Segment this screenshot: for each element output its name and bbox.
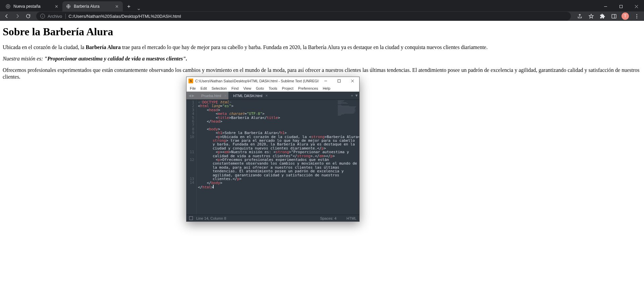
status-square-icon[interactable] xyxy=(189,216,193,220)
menu-file[interactable]: File xyxy=(188,86,198,90)
minimize-button[interactable] xyxy=(598,1,613,11)
extensions-icon[interactable] xyxy=(597,11,608,21)
svg-point-1 xyxy=(7,6,9,7)
chevron-down-icon[interactable]: ⌄ xyxy=(133,5,144,11)
svg-rect-13 xyxy=(338,80,340,82)
globe-icon xyxy=(66,4,71,9)
back-button[interactable] xyxy=(2,11,11,21)
browser-toolbar: i Archivo C:/Users/Nathan%20Salas/Deskto… xyxy=(0,11,644,21)
tab-title: Nueva pestaña xyxy=(13,4,51,9)
menu-project[interactable]: Project xyxy=(280,86,296,90)
svg-point-9 xyxy=(636,14,637,15)
menu-view[interactable]: View xyxy=(241,86,253,90)
maximize-button[interactable] xyxy=(613,1,629,11)
menu-icon[interactable] xyxy=(631,11,642,21)
menu-tools[interactable]: Tools xyxy=(267,86,279,90)
close-button[interactable] xyxy=(629,1,644,11)
tab-actions[interactable]: ＋ ▼ xyxy=(349,92,359,99)
sublime-window: S C:\Users\Nathan Salas\Desktop\HTML DAS… xyxy=(186,77,360,222)
syntax-setting[interactable]: HTML xyxy=(346,216,357,220)
address-bar[interactable]: i Archivo C:/Users/Nathan%20Salas/Deskto… xyxy=(36,12,571,20)
url-scheme-label: Archivo xyxy=(48,14,66,19)
maximize-button[interactable] xyxy=(332,77,346,85)
sidepanel-icon[interactable] xyxy=(608,11,619,21)
browser-chrome: Nueva pestaña ✕ Barbería Alura ✕ ＋ ⌄ i A… xyxy=(0,0,644,21)
url-text: C:/Users/Nathan%20Salas/Desktop/HTML%20D… xyxy=(68,14,181,19)
tab-title: Barbería Alura xyxy=(74,4,111,9)
sublime-titlebar[interactable]: S C:\Users\Nathan Salas\Desktop\HTML DAS… xyxy=(186,77,359,85)
close-icon[interactable]: ✕ xyxy=(114,4,119,9)
close-icon[interactable]: × xyxy=(265,93,268,98)
tab-nav-arrows[interactable]: ◀ ▶ xyxy=(186,92,197,99)
svg-rect-4 xyxy=(620,5,622,8)
svg-point-0 xyxy=(6,4,10,8)
cursor-position: Line 14, Column 8 xyxy=(196,216,226,220)
tab-strip: Nueva pestaña ✕ Barbería Alura ✕ ＋ ⌄ xyxy=(0,0,644,11)
paragraph-1: Ubicada en el corazón de la ciudad, la B… xyxy=(3,44,641,51)
status-bar: Line 14, Column 8 Spaces: 4 HTML xyxy=(186,215,359,221)
menu-help[interactable]: Help xyxy=(321,86,332,90)
avatar-letter: T xyxy=(622,12,629,20)
profile-avatar[interactable]: T xyxy=(620,11,631,21)
toolbar-right: T xyxy=(574,11,642,21)
bookmark-icon[interactable] xyxy=(586,11,596,21)
menu-selection[interactable]: Selection xyxy=(210,86,229,90)
svg-point-11 xyxy=(636,17,637,18)
editor-tab-htmldash[interactable]: HTML DASH.html × xyxy=(228,92,270,99)
close-icon[interactable]: × xyxy=(224,93,226,98)
chrome-icon xyxy=(5,4,11,9)
share-icon[interactable] xyxy=(574,11,585,21)
new-tab-button[interactable]: ＋ xyxy=(124,2,133,11)
sublime-menubar: File Edit Selection Find View Goto Tools… xyxy=(186,85,359,92)
paragraph-2: Nuestra misión es: "Proporcionar autoest… xyxy=(3,55,641,62)
line-gutter: 1234567891011121314 xyxy=(186,100,197,215)
browser-tab-new[interactable]: Nueva pestaña ✕ xyxy=(2,1,62,11)
browser-tab-active[interactable]: Barbería Alura ✕ xyxy=(62,1,123,11)
sublime-title: C:\Users\Nathan Salas\Desktop\HTML DASH.… xyxy=(195,79,319,83)
indent-setting[interactable]: Spaces: 4 xyxy=(320,216,336,220)
code-area[interactable]: <!DOCTYPE html><html lang="es"> <head> <… xyxy=(197,100,359,215)
sublime-tabbar: ◀ ▶ Prueba.html × HTML DASH.html × ＋ ▼ xyxy=(186,92,359,100)
reload-button[interactable] xyxy=(23,11,33,21)
svg-point-10 xyxy=(636,16,637,17)
minimize-button[interactable] xyxy=(319,77,332,85)
window-controls xyxy=(598,1,644,11)
editor-body: 1234567891011121314 <!DOCTYPE html><html… xyxy=(186,100,359,215)
menu-edit[interactable]: Edit xyxy=(199,86,209,90)
svg-rect-7 xyxy=(612,14,616,18)
page-heading: Sobre la Barbería Alura xyxy=(3,26,641,38)
close-button[interactable] xyxy=(346,77,359,85)
forward-button[interactable] xyxy=(13,11,22,21)
close-icon[interactable]: ✕ xyxy=(54,4,59,9)
info-icon[interactable]: i xyxy=(40,14,45,18)
menu-goto[interactable]: Goto xyxy=(254,86,266,90)
menu-preferences[interactable]: Preferences xyxy=(296,86,320,90)
editor-tab-prueba[interactable]: Prueba.html × xyxy=(197,92,228,99)
menu-find[interactable]: Find xyxy=(229,86,240,90)
sublime-app-icon: S xyxy=(189,79,193,83)
